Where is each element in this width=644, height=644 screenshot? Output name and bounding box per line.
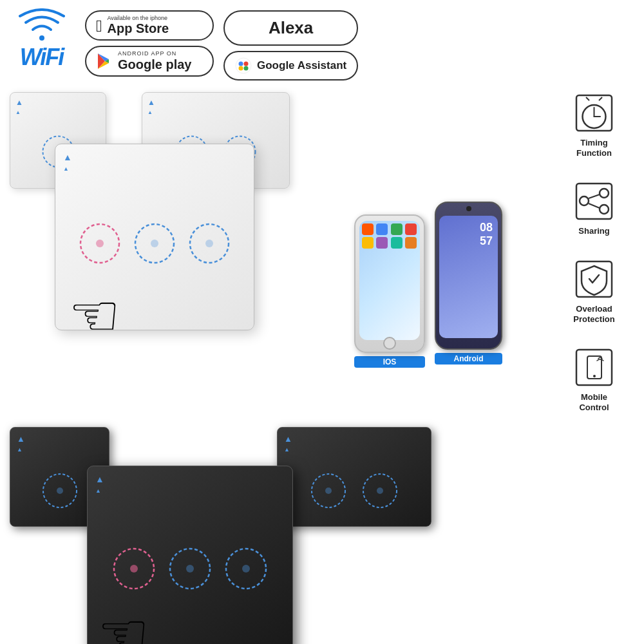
svg-point-9 [244,66,249,71]
feature-sharing: Sharing [547,180,641,236]
feature-overload: OverloadProtection [547,258,641,324]
overload-label: OverloadProtection [573,304,614,324]
hand-pointer-black: ☞ [97,600,149,644]
black-switch-3gang[interactable]: ▲▲ ☞ [87,466,293,644]
touch-button-3b[interactable] [132,221,177,266]
google-play-badge[interactable]: ANDROID APP ON Google play [85,46,214,76]
app-store-badge[interactable]:  Available on the iphone App Store [85,10,214,41]
touch-button-3a-active[interactable] [77,221,122,266]
svg-point-5 [236,58,251,73]
svg-point-31 [186,565,194,573]
black-switch-2gang[interactable]: ▲▲ [277,427,431,527]
ios-label: IOS [354,356,425,368]
overload-icon [573,258,615,300]
svg-point-0 [39,35,44,41]
alexa-label: Alexa [269,18,313,37]
app-store-big: App Store [108,21,169,36]
wifi-signal-b3: ▲▲ [95,474,285,495]
svg-point-29 [130,565,138,573]
google-play-small: ANDROID APP ON [118,50,191,57]
hand-pointer-white: ☞ [68,281,120,349]
android-phone: 0857 Android [435,202,502,356]
wifi-icon [19,8,65,44]
main-area: ▲▲ ▲▲ ▲▲ [0,86,644,614]
wifi-signal-1: ▲▲ [15,98,100,116]
touch-button-b3a-active[interactable] [111,545,157,592]
header: WiFi  Available on the iphone App Store [0,0,644,86]
alexa-badge[interactable]: Alexa [223,10,358,46]
wifi-signal-3: ▲▲ [63,152,246,173]
svg-point-6 [239,62,243,66]
svg-point-7 [244,62,249,66]
google-assistant-label: Google Assistant [257,59,346,72]
white-switch-3gang[interactable]: ▲▲ ☞ [55,144,254,330]
google-assistant-icon [235,57,252,74]
svg-point-43 [600,205,609,214]
wifi-logo: WiFi [8,8,75,71]
svg-rect-47 [576,350,612,385]
mobile-icon [573,346,615,388]
voice-badges: Alexa Google Assistant [223,10,358,80]
feature-mobile: MobileControl [547,346,641,412]
svg-line-39 [599,97,602,100]
svg-point-19 [151,240,158,247]
svg-point-23 [57,488,63,494]
svg-point-33 [242,565,250,573]
google-play-big: Google play [118,57,191,72]
google-play-text: ANDROID APP ON Google play [118,50,191,71]
ios-phone: IOS [354,214,425,356]
touch-button-b3b[interactable] [167,545,213,592]
feature-timing: TimingFunction [547,92,641,158]
svg-line-38 [586,97,589,100]
timing-icon [573,92,615,134]
svg-point-27 [377,488,383,494]
store-badges:  Available on the iphone App Store ANDR… [85,10,214,77]
sharing-icon [573,180,615,222]
touch-button-3c[interactable] [187,221,232,266]
app-store-small: Available on the iphone [108,15,169,21]
wifi-signal-b2: ▲▲ [284,434,424,453]
mobile-label: MobileControl [579,392,609,412]
touch-button-b2a[interactable] [309,471,348,510]
features-sidebar: TimingFunction Sharing [544,86,644,419]
wifi-text: WiFi [20,44,64,71]
wifi-signal-b1: ▲▲ [17,434,102,453]
sharing-label: Sharing [578,226,609,236]
touch-button-b2b[interactable] [361,471,399,510]
svg-point-8 [239,66,243,71]
apple-icon:  [96,17,102,34]
svg-point-41 [600,189,609,198]
touch-button-b1[interactable] [41,471,79,510]
svg-point-17 [96,240,104,247]
touch-button-b3c[interactable] [223,545,269,592]
wifi-signal-2: ▲▲ [147,98,284,116]
svg-point-25 [325,488,332,494]
google-play-icon [96,53,113,70]
app-store-text: Available on the iphone App Store [108,15,169,36]
android-label: Android [435,353,502,365]
svg-line-45 [589,204,600,208]
timing-label: TimingFunction [576,138,612,158]
google-assistant-badge[interactable]: Google Assistant [223,51,358,80]
svg-point-21 [205,240,213,247]
svg-line-44 [589,194,600,198]
touch-area-b2[interactable] [284,457,424,524]
svg-point-49 [593,375,596,377]
svg-point-42 [580,196,589,205]
